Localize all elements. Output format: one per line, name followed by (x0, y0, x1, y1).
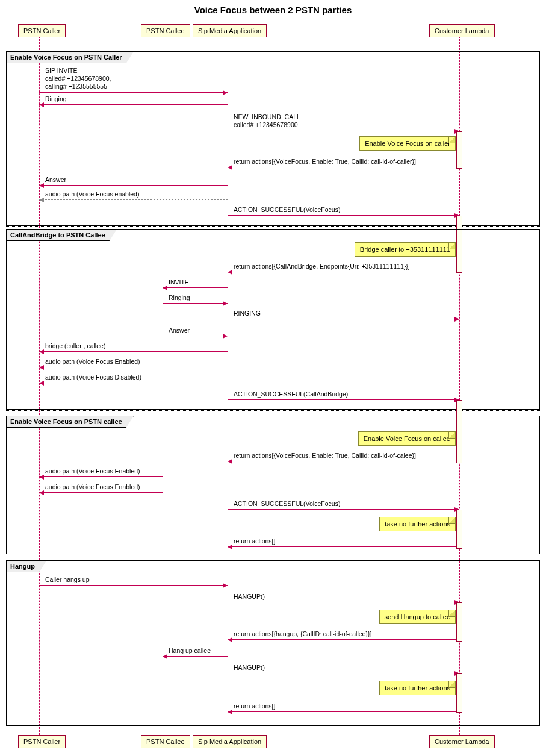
msg-new-inbound: NEW_INBOUND_CALL called# +12345678900 (228, 114, 459, 131)
msg-audio-path-2: audio path (Voice Focus Enabled) (39, 359, 163, 367)
msg-text: audio path (Voice Focus Enabled) (45, 467, 140, 475)
msg-ringing-2: Ringing (163, 295, 228, 304)
msg-hangup-event-1: HANGUP() (228, 594, 459, 602)
msg-text: return actions[] (234, 702, 275, 710)
msg-text: Hang up callee (169, 647, 211, 654)
msg-text: return actions[{CallAndBridge, Endpoints… (234, 263, 410, 270)
note-enable-vf-caller: Enable Voice Focus on caller (359, 136, 456, 151)
msg-answer-2: Answer (163, 328, 228, 336)
msg-text: RINGING (234, 310, 261, 317)
activation-bar (456, 510, 462, 549)
msg-action-success-vf-2: ACTION_SUCCESSFUL(VoiceFocus) (228, 501, 459, 510)
group-label: Hangup (7, 561, 46, 572)
msg-audio-path-1: audio path (Voice Focus enabled) (39, 192, 228, 200)
participant-callee-top: PSTN Callee (141, 24, 190, 37)
msg-text: called# +12345678900 (234, 121, 298, 128)
msg-text: HANGUP() (234, 593, 265, 600)
msg-text: ACTION_SUCCESSFUL(VoiceFocus) (234, 500, 340, 507)
msg-text: HANGUP() (234, 664, 265, 671)
msg-text: Caller hangs up (45, 576, 90, 583)
msg-text: INVITE (169, 278, 189, 286)
sequence-diagram: Voice Focus between 2 PSTN parties PSTN … (0, 0, 546, 756)
msg-audio-path-4: audio path (Voice Focus Enabled) (39, 469, 163, 477)
msg-action-success-cab: ACTION_SUCCESSFUL(CallAndBridge) (228, 392, 459, 400)
msg-hangup-callee: Hang up callee (163, 648, 228, 657)
msg-return-empty-1: return actions[] (228, 539, 456, 547)
msg-text: Answer (45, 176, 66, 183)
msg-text: Answer (169, 326, 190, 334)
msg-sip-invite: SIP INVITE called# +12345678900, calling… (39, 67, 228, 93)
activation-bar (456, 131, 462, 169)
msg-hangup-event-2: HANGUP() (228, 665, 459, 673)
msg-text: ACTION_SUCCESSFUL(CallAndBridge) (234, 390, 348, 398)
group-label: CallAndBridge to PSTN Callee (7, 230, 117, 241)
msg-text: calling# +1235555555 (45, 83, 107, 90)
msg-text: audio path (Voice Focus enabled) (45, 190, 139, 198)
msg-return-empty-2: return actions[] (228, 704, 456, 712)
note-enable-vf-callee: Enable Voice Focus on callee (358, 431, 456, 446)
msg-text: NEW_INBOUND_CALL (234, 113, 300, 120)
diagram-title: Voice Focus between 2 PSTN parties (0, 5, 546, 15)
msg-return-vf-callee: return actions[{VoiceFocus, Enable: True… (228, 453, 456, 461)
msg-invite: INVITE (163, 280, 228, 288)
msg-text: audio path (Voice Focus Disabled) (45, 373, 141, 381)
msg-caller-hangup: Caller hangs up (39, 577, 228, 586)
participant-caller-top: PSTN Caller (18, 24, 66, 37)
msg-audio-path-5: audio path (Voice Focus Enabled) (39, 484, 163, 493)
participant-callee-bot: PSTN Callee (141, 735, 190, 748)
msg-ringing-event: RINGING (228, 311, 459, 319)
participant-sma-top: Sip Media Application (193, 24, 267, 37)
msg-return-vf-caller: return actions[{VoiceFocus, Enable: True… (228, 159, 456, 167)
participant-lambda-bot: Customer Lambda (429, 735, 495, 748)
msg-text: audio path (Voice Focus Enabled) (45, 358, 140, 365)
msg-action-success-vf-1: ACTION_SUCCESSFUL(VoiceFocus) (228, 207, 459, 216)
msg-ringing-1: Ringing (39, 96, 228, 105)
note-no-action-2: take no further actions (379, 681, 456, 695)
msg-answer-1: Answer (39, 177, 228, 186)
group-label: Enable Voice Focus on PSTN Caller (7, 52, 134, 63)
activation-bar (456, 673, 462, 713)
msg-return-hangup: return actions[{hangup, {CallID: call-id… (228, 631, 456, 640)
msg-text: bridge (caller , callee) (45, 342, 105, 349)
msg-text: return actions[{VoiceFocus, Enable: True… (234, 158, 416, 165)
msg-text: return actions[{VoiceFocus, Enable: True… (234, 452, 416, 459)
group-label: Enable Voice Focus on PSTN callee (7, 416, 134, 428)
msg-text: audio path (Voice Focus Enabled) (45, 483, 140, 490)
participant-lambda-top: Customer Lambda (429, 24, 495, 37)
participant-sma-bot: Sip Media Application (193, 735, 267, 748)
msg-text: called# +12345678900, (45, 75, 111, 82)
msg-text: SIP INVITE (45, 67, 78, 74)
msg-text: Ringing (169, 294, 190, 301)
msg-audio-path-3: audio path (Voice Focus Disabled) (39, 375, 163, 383)
msg-bridge: bridge (caller , callee) (39, 343, 228, 352)
note-send-hangup: send Hangup to callee (379, 610, 456, 624)
participant-caller-bot: PSTN Caller (18, 735, 66, 748)
msg-text: Ringing (45, 95, 67, 102)
msg-text: ACTION_SUCCESSFUL(VoiceFocus) (234, 206, 340, 213)
group-separator (6, 555, 540, 555)
note-bridge-caller: Bridge caller to +35311111111 (355, 242, 456, 257)
activation-bar (456, 602, 462, 642)
msg-return-callandbridge: return actions[{CallAndBridge, Endpoints… (228, 264, 456, 272)
msg-text: return actions[{hangup, {CallID: call-id… (234, 630, 371, 637)
note-no-action-1: take no further actions (379, 517, 456, 531)
msg-text: return actions[] (234, 537, 275, 545)
